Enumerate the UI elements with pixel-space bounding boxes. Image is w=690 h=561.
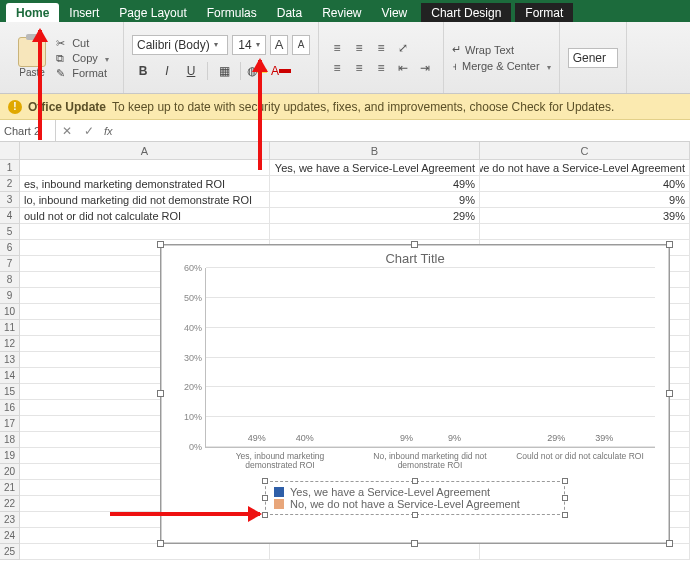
row-header[interactable]: 5	[0, 224, 20, 240]
increase-indent-button[interactable]: ⇥	[415, 59, 435, 77]
col-header-a[interactable]: A	[20, 142, 270, 160]
resize-handle[interactable]	[412, 478, 418, 484]
resize-handle[interactable]	[562, 512, 568, 518]
resize-handle[interactable]	[262, 478, 268, 484]
row-headers[interactable]: 1234567891011121314151617181920212223242…	[0, 160, 20, 560]
cell[interactable]: 40%	[480, 176, 690, 192]
align-center-button[interactable]: ≡	[349, 59, 369, 77]
cell[interactable]: No, we do not have a Service-Level Agree…	[480, 160, 690, 176]
align-right-button[interactable]: ≡	[371, 59, 391, 77]
col-header-c[interactable]: C	[480, 142, 690, 160]
cell[interactable]: Yes, we have a Service-Level Agreement	[270, 160, 480, 176]
row-header[interactable]: 19	[0, 448, 20, 464]
borders-button[interactable]: ▦	[213, 61, 235, 81]
row-header[interactable]: 7	[0, 256, 20, 272]
resize-handle[interactable]	[411, 540, 418, 547]
row-header[interactable]: 12	[0, 336, 20, 352]
cell[interactable]: ould not or did not calculate ROI	[20, 208, 270, 224]
row-header[interactable]: 24	[0, 528, 20, 544]
resize-handle[interactable]	[562, 478, 568, 484]
resize-handle[interactable]	[666, 540, 673, 547]
cell[interactable]: lo, inbound marketing did not demonstrat…	[20, 192, 270, 208]
column-headers[interactable]: A B C	[20, 142, 690, 160]
align-middle-button[interactable]: ≡	[349, 39, 369, 57]
row-header[interactable]: 2	[0, 176, 20, 192]
tab-formulas[interactable]: Formulas	[197, 3, 267, 22]
row-header[interactable]: 20	[0, 464, 20, 480]
cell[interactable]: 29%	[270, 208, 480, 224]
resize-handle[interactable]	[411, 241, 418, 248]
resize-handle[interactable]	[262, 512, 268, 518]
cell[interactable]: 39%	[480, 208, 690, 224]
font-name-dropdown[interactable]: Calibri (Body)▾	[132, 35, 228, 55]
cut-button[interactable]: ✂Cut	[54, 36, 111, 50]
resize-handle[interactable]	[157, 540, 164, 547]
resize-handle[interactable]	[157, 390, 164, 397]
cell[interactable]	[20, 224, 270, 240]
row-header[interactable]: 11	[0, 320, 20, 336]
tab-format[interactable]: Format	[515, 3, 573, 22]
decrease-indent-button[interactable]: ⇤	[393, 59, 413, 77]
row-header[interactable]: 25	[0, 544, 20, 560]
wrap-text-button[interactable]: ↵Wrap Text	[452, 43, 551, 56]
tab-data[interactable]: Data	[267, 3, 312, 22]
row-header[interactable]: 8	[0, 272, 20, 288]
row-header[interactable]: 16	[0, 400, 20, 416]
font-size-dropdown[interactable]: 14▾	[232, 35, 266, 55]
orientation-button[interactable]: ⤢	[393, 39, 413, 57]
resize-handle[interactable]	[666, 241, 673, 248]
cell[interactable]	[20, 160, 270, 176]
embedded-chart[interactable]: Chart Title 0%10%20%30%40%50%60%49%40%9%…	[160, 244, 670, 544]
align-top-button[interactable]: ≡	[327, 39, 347, 57]
resize-handle[interactable]	[666, 390, 673, 397]
italic-button[interactable]: I	[156, 61, 178, 81]
row-header[interactable]: 23	[0, 512, 20, 528]
cell[interactable]	[270, 544, 480, 560]
align-bottom-button[interactable]: ≡	[371, 39, 391, 57]
cell[interactable]	[20, 544, 270, 560]
row-header[interactable]: 13	[0, 352, 20, 368]
tab-view[interactable]: View	[371, 3, 417, 22]
chart-legend[interactable]: Yes, we have a Service-Level Agreement N…	[265, 481, 565, 515]
font-color-button[interactable]: A	[270, 61, 292, 81]
bold-button[interactable]: B	[132, 61, 154, 81]
cell[interactable]: 49%	[270, 176, 480, 192]
paste-button[interactable]: Paste	[12, 37, 52, 78]
col-header-b[interactable]: B	[270, 142, 480, 160]
align-left-button[interactable]: ≡	[327, 59, 347, 77]
resize-handle[interactable]	[157, 241, 164, 248]
tab-home[interactable]: Home	[6, 3, 59, 22]
cell[interactable]	[480, 544, 690, 560]
row-header[interactable]: 22	[0, 496, 20, 512]
cell[interactable]: es, inbound marketing demonstrated ROI	[20, 176, 270, 192]
resize-handle[interactable]	[412, 512, 418, 518]
row-header[interactable]: 10	[0, 304, 20, 320]
cell[interactable]: 9%	[270, 192, 480, 208]
row-header[interactable]: 21	[0, 480, 20, 496]
cancel-fx-button[interactable]: ✕	[56, 124, 78, 138]
cell[interactable]	[270, 224, 480, 240]
increase-font-button[interactable]: A	[270, 35, 288, 55]
fx-label[interactable]: fx	[100, 125, 117, 137]
enter-fx-button[interactable]: ✓	[78, 124, 100, 138]
select-all-corner[interactable]	[0, 142, 20, 160]
resize-handle[interactable]	[262, 495, 268, 501]
row-header[interactable]: 15	[0, 384, 20, 400]
name-box[interactable]: Chart 2	[0, 120, 56, 141]
format-painter-button[interactable]: ✎Format	[54, 66, 111, 80]
cell[interactable]: 9%	[480, 192, 690, 208]
cell[interactable]	[480, 224, 690, 240]
copy-button[interactable]: ⧉Copy	[54, 51, 111, 65]
merge-center-button[interactable]: ⫞Merge & Center	[452, 60, 551, 72]
row-header[interactable]: 4	[0, 208, 20, 224]
row-header[interactable]: 3	[0, 192, 20, 208]
row-header[interactable]: 17	[0, 416, 20, 432]
row-header[interactable]: 6	[0, 240, 20, 256]
tab-insert[interactable]: Insert	[59, 3, 109, 22]
worksheet[interactable]: A B C 1234567891011121314151617181920212…	[0, 142, 690, 561]
row-header[interactable]: 18	[0, 432, 20, 448]
row-header[interactable]: 14	[0, 368, 20, 384]
number-format-dropdown[interactable]: Gener	[568, 48, 618, 68]
tab-chart-design[interactable]: Chart Design	[421, 3, 511, 22]
chart-title[interactable]: Chart Title	[161, 245, 669, 268]
